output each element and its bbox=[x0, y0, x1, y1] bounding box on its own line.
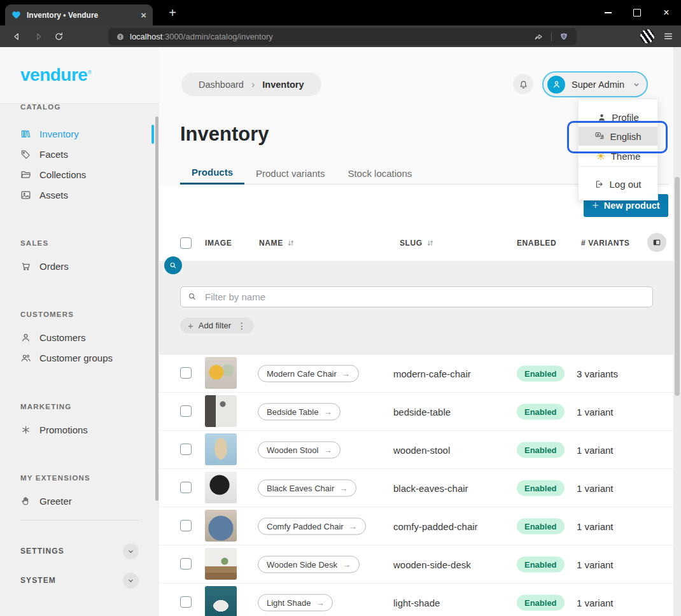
browser-reload-button[interactable] bbox=[51, 29, 66, 44]
tab-product-variants[interactable]: Product variants bbox=[244, 162, 336, 185]
section-header-customers: CUSTOMERS bbox=[20, 311, 74, 318]
window-maximize-button[interactable] bbox=[622, 0, 652, 25]
columns-icon bbox=[652, 237, 662, 248]
tab-products[interactable]: Products bbox=[180, 162, 244, 185]
product-thumbnail bbox=[205, 357, 237, 389]
row-checkbox[interactable] bbox=[180, 405, 192, 417]
sidebar-scrollbar-thumb[interactable] bbox=[155, 116, 158, 501]
product-link-button[interactable]: Comfy Padded Chair→ bbox=[258, 517, 366, 535]
arrow-right-icon: → bbox=[349, 521, 357, 531]
chevron-down-icon[interactable] bbox=[123, 573, 139, 589]
column-header-enabled[interactable]: ENABLED bbox=[517, 239, 556, 248]
sidebar-item-inventory[interactable]: Inventory bbox=[20, 125, 79, 143]
add-filter-button[interactable]: + Add filter ⋮ bbox=[180, 318, 254, 333]
column-settings-button[interactable] bbox=[647, 233, 666, 252]
new-tab-button[interactable]: + bbox=[164, 4, 181, 22]
vendure-logo[interactable]: vendure® bbox=[20, 65, 92, 85]
variant-count: 1 variant bbox=[577, 521, 614, 531]
browser-profile-avatar[interactable] bbox=[640, 29, 654, 43]
column-header-slug[interactable]: SLUG bbox=[400, 239, 434, 248]
menu-item-logout[interactable]: Log out bbox=[579, 174, 657, 193]
browser-tab[interactable]: Inventory • Vendure × bbox=[5, 4, 153, 25]
column-header-name[interactable]: NAME bbox=[259, 239, 295, 248]
sidebar-item-greeter[interactable]: Greeter bbox=[20, 492, 72, 510]
product-link-button[interactable]: Black Eaves Chair→ bbox=[258, 479, 356, 496]
filter-by-name-input[interactable] bbox=[180, 286, 653, 307]
row-checkbox[interactable] bbox=[180, 482, 192, 493]
variant-count: 3 variants bbox=[577, 368, 618, 379]
cart-icon bbox=[20, 261, 31, 272]
section-header-sales: SALES bbox=[20, 239, 48, 247]
url-bar[interactable]: localhost:3000/admin/catalog/inventory bbox=[108, 28, 577, 45]
row-checkbox[interactable] bbox=[180, 520, 192, 531]
sidebar-item-orders[interactable]: Orders bbox=[20, 257, 69, 275]
window-close-button[interactable]: × bbox=[652, 0, 681, 25]
bell-icon bbox=[518, 79, 529, 90]
brave-shield-icon[interactable] bbox=[559, 32, 569, 42]
row-checkbox[interactable] bbox=[180, 558, 192, 570]
sidebar-item-customer-groups[interactable]: Customer groups bbox=[20, 349, 113, 367]
sidebar-item-facets[interactable]: Facets bbox=[20, 145, 68, 163]
share-icon[interactable] bbox=[533, 31, 544, 42]
product-slug: light-shade bbox=[393, 597, 440, 608]
sort-icon[interactable] bbox=[287, 239, 295, 247]
table-row: Wooden Stool→ wooden-stool Enabled 1 var… bbox=[159, 431, 673, 469]
user-menu-button[interactable]: Super Admin bbox=[542, 71, 648, 97]
table-row: Black Eaves Chair→ black-eaves-chair Ena… bbox=[159, 469, 673, 507]
column-header-variants[interactable]: # VARIANTS bbox=[581, 239, 629, 248]
select-all-checkbox[interactable] bbox=[180, 237, 192, 249]
browser-back-button[interactable] bbox=[9, 29, 24, 44]
sidebar-item-label: Orders bbox=[39, 261, 69, 272]
browser-menu-icon[interactable] bbox=[661, 29, 676, 44]
tab-bar: Products Product variants Stock location… bbox=[180, 162, 423, 185]
folder-icon bbox=[20, 169, 31, 180]
user-name: Super Admin bbox=[572, 80, 624, 90]
chevron-down-icon[interactable] bbox=[123, 543, 139, 559]
kebab-menu-icon[interactable]: ⋮ bbox=[237, 321, 246, 331]
product-rows: Modern Cafe Chair→ modern-cafe-chair Ena… bbox=[159, 354, 673, 616]
product-link-button[interactable]: Bedside Table→ bbox=[258, 403, 340, 420]
breadcrumb-separator: › bbox=[251, 79, 255, 90]
product-thumbnail bbox=[205, 548, 237, 580]
menu-item-language[interactable]: English bbox=[579, 127, 657, 146]
product-slug: bedside-table bbox=[393, 406, 451, 417]
search-toggle-button[interactable] bbox=[164, 256, 182, 274]
row-checkbox[interactable] bbox=[180, 596, 192, 608]
row-checkbox[interactable] bbox=[180, 444, 192, 455]
sidebar-section-system[interactable]: SYSTEM bbox=[20, 571, 139, 589]
menu-item-profile[interactable]: Profile bbox=[579, 108, 657, 127]
menu-item-theme[interactable]: Theme bbox=[579, 146, 657, 165]
sidebar-item-customers[interactable]: Customers bbox=[20, 328, 86, 346]
breadcrumb-current[interactable]: Inventory bbox=[262, 80, 304, 90]
variant-count: 1 variant bbox=[577, 406, 614, 417]
product-thumbnail bbox=[205, 586, 237, 616]
variant-count: 1 variant bbox=[577, 444, 614, 455]
sidebar-item-collections[interactable]: Collections bbox=[20, 165, 86, 183]
window-minimize-button[interactable] bbox=[593, 0, 622, 25]
product-link-button[interactable]: Modern Cafe Chair→ bbox=[258, 365, 359, 382]
main-scrollbar-thumb[interactable] bbox=[675, 177, 680, 396]
product-link-button[interactable]: Wooden Side Desk→ bbox=[258, 556, 360, 573]
variant-count: 1 variant bbox=[577, 482, 614, 493]
sort-icon[interactable] bbox=[426, 239, 434, 247]
sidebar-section-settings[interactable]: SETTINGS bbox=[20, 542, 139, 560]
books-icon bbox=[20, 129, 31, 139]
sidebar-item-promotions[interactable]: Promotions bbox=[20, 421, 88, 438]
tab-stock-locations[interactable]: Stock locations bbox=[336, 162, 423, 185]
variant-count: 1 variant bbox=[577, 597, 614, 608]
row-checkbox[interactable] bbox=[180, 367, 192, 379]
notifications-button[interactable] bbox=[513, 74, 533, 94]
main-scrollbar[interactable] bbox=[673, 47, 681, 616]
product-link-button[interactable]: Wooden Stool→ bbox=[258, 441, 340, 458]
variant-count: 1 variant bbox=[577, 559, 614, 570]
status-badge: Enabled bbox=[517, 442, 565, 458]
product-link-button[interactable]: Light Shade→ bbox=[258, 594, 333, 611]
tab-close-icon[interactable]: × bbox=[141, 10, 146, 20]
sidebar-item-assets[interactable]: Assets bbox=[20, 186, 68, 204]
arrow-right-icon: → bbox=[323, 407, 332, 416]
browser-forward-button[interactable] bbox=[31, 29, 46, 44]
site-info-icon[interactable] bbox=[116, 32, 125, 41]
breadcrumb-dashboard-link[interactable]: Dashboard bbox=[199, 80, 244, 90]
column-header-image[interactable]: IMAGE bbox=[205, 239, 232, 248]
browser-tab-title: Inventory • Vendure bbox=[27, 11, 135, 20]
